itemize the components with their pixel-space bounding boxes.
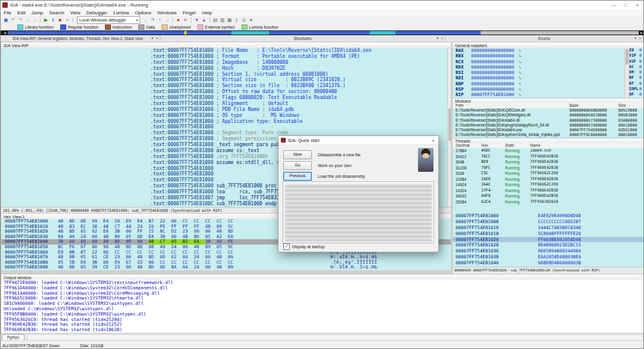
hex-byte[interactable]: 24 — [194, 265, 205, 270]
dialog-close-icon[interactable]: × — [428, 138, 438, 143]
register-row[interactable]: RIP00007FF754E81000↳ — [453, 92, 644, 97]
register-follow-icon[interactable]: ↳ — [519, 48, 522, 53]
module-row[interactable]: E:\Tools\Reverse\[Static]IDA\ida64.dll00… — [453, 118, 644, 123]
previous-disassembly-list[interactable] — [283, 181, 434, 243]
stack-row[interactable]: 00007FF754E81008CCCCCCCCCC002287 — [453, 219, 644, 225]
hex-byte[interactable]: 48 — [216, 265, 228, 270]
stack-row[interactable]: 00007FF754E81020FF003BEA92058D48 — [453, 237, 644, 243]
threads-list[interactable]: 1788445DCRunningida64.exe3041276CCRunnin… — [452, 148, 644, 213]
thread-row[interactable]: 149243A4CRunning7FF96562C2E0 — [453, 182, 644, 188]
pause-process-icon[interactable]: ‖ — [49, 17, 57, 23]
hex-byte[interactable]: 39 — [92, 265, 103, 270]
register-follow-icon[interactable]: ↳ — [519, 59, 522, 64]
stack-row[interactable]: 00007FF754E81030AD05894800244984 — [453, 248, 644, 254]
hex-byte[interactable]: 48 — [137, 265, 148, 270]
quick-start-previous-button[interactable]: Previous — [283, 172, 312, 181]
output-window[interactable]: 7FF9472E0000: loaded C:\Windows\SYSTEM32… — [1, 280, 644, 333]
thread-row[interactable]: 3403284F0Running7FF969E42B30 — [453, 193, 644, 199]
disasm-line[interactable]: .text:00007FF754E81000 ; Alignment : def… — [1, 101, 448, 107]
step-over-icon[interactable]: ↷ — [149, 17, 156, 23]
menu-file[interactable]: File — [1, 10, 14, 16]
stack-view[interactable]: 00007FF754E81000E4E929E4990D8D4800007FF7… — [452, 213, 644, 267]
disasm-line[interactable]: .text:00007FF754E81000 ; Section size in… — [1, 83, 448, 89]
hex-byte[interactable]: 00 — [205, 265, 216, 270]
tab-close-icon[interactable]: × — [441, 36, 444, 41]
hex-byte[interactable]: 05 — [80, 265, 92, 270]
tab-menu-icon[interactable]: ▾ — [151, 36, 153, 41]
menu-search[interactable]: Search — [46, 10, 67, 16]
save-icon[interactable]: ▣ — [2, 17, 10, 23]
menu-help[interactable]: Help — [199, 10, 215, 16]
quick-start-new-button[interactable]: New — [283, 150, 312, 159]
tab-close-icon[interactable]: × — [639, 36, 641, 41]
modules-column-path[interactable]: Path — [456, 103, 463, 107]
disasm-line[interactable]: .text:00007FF754E81000 ; Offset to raw d… — [1, 89, 448, 95]
register-follow-icon[interactable]: ↳ — [519, 87, 522, 92]
threads-column-decimal[interactable]: Decimal — [456, 143, 469, 147]
hex-byte[interactable]: A4 — [182, 265, 194, 270]
thread-row[interactable]: 2528462C4Running7FF9563026C0 — [453, 199, 644, 205]
navband-right-arrow-icon[interactable]: ▶ — [639, 30, 644, 35]
tab-group-2[interactable]: Structures▾× — [160, 35, 445, 42]
python-selector-button[interactable]: Python — [2, 334, 24, 341]
disasm-line[interactable]: .text:00007FF754E81000 ; PDB File Name :… — [1, 107, 448, 113]
hex-byte[interactable]: 48 — [58, 265, 69, 270]
undo-icon[interactable]: ↶ — [10, 17, 17, 23]
threads-column-hex[interactable]: Hex — [481, 143, 488, 147]
hex-byte[interactable]: CE — [103, 265, 114, 270]
disasm-line[interactable]: .text:00007FF754E81000 ; OS type : MS Wi… — [1, 113, 448, 119]
hex-byte[interactable]: 8B — [69, 265, 80, 270]
thread-row[interactable]: 109842AE8Running7FF969E42B30 — [453, 177, 644, 183]
debugger-selector[interactable]: Local Windows debugger▾ — [77, 16, 140, 24]
module-row[interactable]: E:\Tools\Reverse\[Static]IDA\Qt5Widgets.… — [453, 113, 644, 118]
start-process-icon[interactable]: ▶ — [42, 17, 49, 23]
menu-finger[interactable]: Finger — [179, 10, 199, 16]
stop-process-icon[interactable]: ■ — [57, 17, 64, 23]
hex-row[interactable]: 00007FF754E81090488B0539CE2300488D0D8AA4… — [1, 265, 453, 270]
stack-row[interactable]: 00007FF754E81038EAA2058D48003BEA — [453, 254, 644, 260]
tab-group-3[interactable]: Enums▾× — [445, 35, 643, 42]
register-follow-icon[interactable]: ↳ — [519, 75, 522, 81]
modules-column-base[interactable]: Base — [569, 103, 578, 107]
run-to-cursor-icon[interactable]: → — [163, 17, 171, 23]
stack-row[interactable]: 00007FF754E81040908D8D480000003B — [453, 260, 644, 266]
menu-debugger[interactable]: Debugger — [83, 10, 110, 16]
run-until-return-icon[interactable]: ↑ — [156, 17, 163, 23]
vertical-splitter[interactable] — [451, 42, 452, 274]
hex-byte[interactable]: 00 — [126, 265, 137, 270]
register-row[interactable]: RBP0000000000000000↳ — [453, 81, 644, 87]
lumina-push-icon[interactable]: ▲ — [200, 17, 208, 23]
register-follow-icon[interactable]: ↳ — [519, 53, 522, 58]
register-row[interactable]: RDI0000000000000000↳ — [453, 75, 644, 81]
module-row[interactable]: E:\Tools\Reverse\[Static]IDA\plugins\ida… — [453, 123, 644, 128]
register-row[interactable]: RAX0000000000000000↳ — [453, 48, 644, 53]
register-follow-icon[interactable]: ↳ — [519, 64, 522, 70]
hex-byte[interactable]: 23 — [114, 265, 126, 270]
threads-column-name[interactable]: Name — [530, 143, 540, 147]
tab-menu-icon[interactable]: ▾ — [436, 36, 438, 41]
nav-back-icon[interactable]: ← — [24, 17, 31, 23]
open-segments-icon[interactable]: ▦ — [226, 17, 233, 23]
menu-windows[interactable]: Windows — [154, 10, 179, 16]
hex-byte[interactable]: 89 — [228, 265, 239, 270]
search-icon[interactable]: ◎ — [240, 17, 247, 23]
stack-row[interactable]: 00007FF754E810102444C74838EC8348 — [453, 225, 644, 231]
disasm-line[interactable]: .text:00007FF754E81000 ; Imagebase : 140… — [1, 60, 448, 66]
register-follow-icon[interactable]: ↳ — [519, 81, 522, 87]
register-follow-icon[interactable]: ↳ — [519, 92, 522, 97]
disasm-line[interactable]: .text:00007FF754E81000 ; Application typ… — [1, 119, 448, 125]
disasm-line[interactable]: .text:00007FF754E81000 ; Hash : DB39702E — [1, 66, 448, 72]
step-into-icon[interactable]: ↓ — [142, 17, 149, 23]
disasm-line[interactable]: .text:00007FF754E81000 — [1, 124, 448, 130]
thread-row[interactable]: 1432437F4Running7FF969E42B30 — [453, 188, 644, 194]
navigation-band[interactable]: ◀ ▶ — [1, 30, 644, 35]
maximize-button[interactable]: □ — [620, 1, 631, 10]
settings-icon[interactable]: ∗ — [247, 17, 255, 23]
register-row[interactable]: RSI0000000000000000↳ — [453, 70, 644, 75]
module-row[interactable]: E:\Tools\Reverse\[Static]IDA\ida64.exe00… — [453, 128, 644, 132]
register-row[interactable]: RBX0000000000000000↳ — [453, 53, 644, 58]
menu-lumina[interactable]: Lumina — [110, 10, 132, 16]
close-button[interactable]: × — [631, 1, 643, 10]
modules-column-size[interactable]: Size — [618, 103, 626, 107]
module-row[interactable]: E:\Tools\Reverse\[Static]IDA\Qt5Core.dll… — [453, 108, 644, 113]
